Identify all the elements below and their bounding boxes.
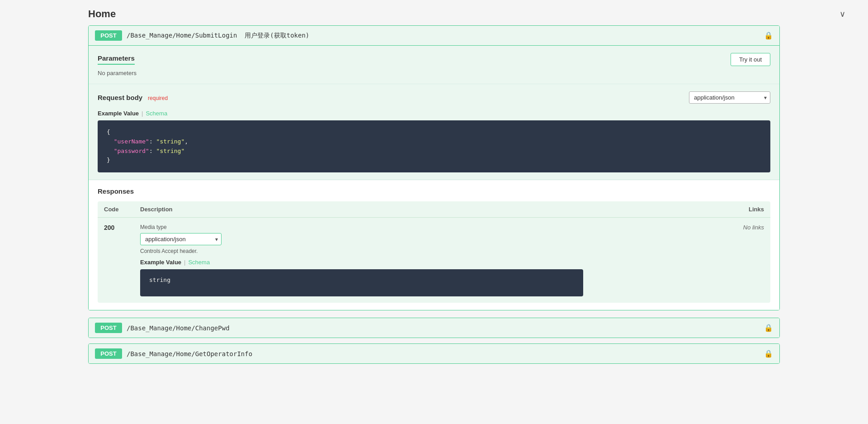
col-header-description: Description bbox=[134, 201, 603, 218]
chevron-down-icon[interactable]: ∨ bbox=[840, 9, 850, 19]
no-links-cell: No links bbox=[603, 218, 770, 303]
response-example-tabs: Example Value | Schema bbox=[140, 259, 597, 266]
media-type-label: Media type bbox=[140, 224, 597, 230]
page-title: Home bbox=[88, 8, 116, 20]
response-media-type-select[interactable]: application/json bbox=[140, 233, 222, 245]
try-it-out-button[interactable]: Try it out bbox=[731, 53, 770, 66]
request-body-title: Request body bbox=[98, 94, 142, 101]
request-body-header: Request body required application/json bbox=[98, 91, 770, 104]
response-code-200: 200 bbox=[104, 224, 114, 231]
parameters-header: Parameters Try it out bbox=[98, 53, 770, 66]
method-badge-post-2: POST bbox=[95, 323, 122, 333]
api-path-submit-login: /Base_Manage/Home/SubmitLogin 用户登录(获取tok… bbox=[127, 32, 760, 40]
method-badge-post: POST bbox=[95, 30, 122, 41]
example-value-tab[interactable]: Example Value bbox=[98, 110, 139, 117]
api-header-get-operator[interactable]: POST /Base_Manage/Home/GetOperatorInfo 🔒 bbox=[89, 344, 779, 363]
required-badge: required bbox=[148, 95, 168, 101]
api-section-get-operator: POST /Base_Manage/Home/GetOperatorInfo 🔒 bbox=[88, 343, 780, 364]
api-body-submit-login: Parameters Try it out No parameters Requ… bbox=[89, 46, 779, 310]
response-code-block: string bbox=[140, 269, 583, 296]
parameters-section: Parameters Try it out No parameters bbox=[89, 46, 779, 84]
responses-title: Responses bbox=[98, 187, 770, 195]
api-header-change-pwd[interactable]: POST /Base_Manage/Home/ChangePwd 🔒 bbox=[89, 318, 779, 338]
method-badge-post-3: POST bbox=[95, 348, 122, 359]
response-media-type-select-wrapper[interactable]: application/json bbox=[140, 233, 222, 245]
content-type-select[interactable]: application/json bbox=[689, 91, 770, 104]
responses-table: Code Description Links 200 Media type bbox=[98, 201, 770, 303]
example-tabs: Example Value | Schema bbox=[98, 110, 770, 117]
no-params-text: No parameters bbox=[98, 70, 770, 76]
lock-icon-2: 🔒 bbox=[764, 324, 773, 332]
parameters-title: Parameters bbox=[98, 54, 135, 65]
request-code-block: { "userName": "string", "password": "str… bbox=[98, 120, 770, 172]
api-section-submit-login: POST /Base_Manage/Home/SubmitLogin 用户登录(… bbox=[88, 25, 780, 310]
api-path-get-operator: /Base_Manage/Home/GetOperatorInfo bbox=[127, 350, 760, 357]
request-body-section: Request body required application/json E… bbox=[89, 84, 779, 180]
table-row: 200 Media type application/json Controls… bbox=[98, 218, 770, 303]
lock-icon: 🔒 bbox=[764, 31, 773, 40]
controls-hint: Controls Accept header. bbox=[140, 248, 597, 254]
request-body-title-group: Request body required bbox=[98, 94, 168, 101]
response-example-value-tab[interactable]: Example Value bbox=[140, 259, 181, 266]
api-section-change-pwd: POST /Base_Manage/Home/ChangePwd 🔒 bbox=[88, 318, 780, 338]
page-container: Home ∨ POST /Base_Manage/Home/SubmitLogi… bbox=[0, 0, 868, 424]
col-header-code: Code bbox=[98, 201, 134, 218]
schema-tab[interactable]: Schema bbox=[146, 110, 167, 117]
responses-section: Responses Code Description Links 200 bbox=[89, 180, 779, 310]
response-schema-tab[interactable]: Schema bbox=[188, 259, 210, 266]
col-header-links: Links bbox=[603, 201, 770, 218]
content-type-select-wrapper[interactable]: application/json bbox=[689, 91, 770, 104]
lock-icon-3: 🔒 bbox=[764, 349, 773, 358]
api-header-submit-login[interactable]: POST /Base_Manage/Home/SubmitLogin 用户登录(… bbox=[89, 26, 779, 46]
api-path-change-pwd: /Base_Manage/Home/ChangePwd bbox=[127, 324, 760, 332]
home-header: Home ∨ bbox=[18, 0, 850, 25]
